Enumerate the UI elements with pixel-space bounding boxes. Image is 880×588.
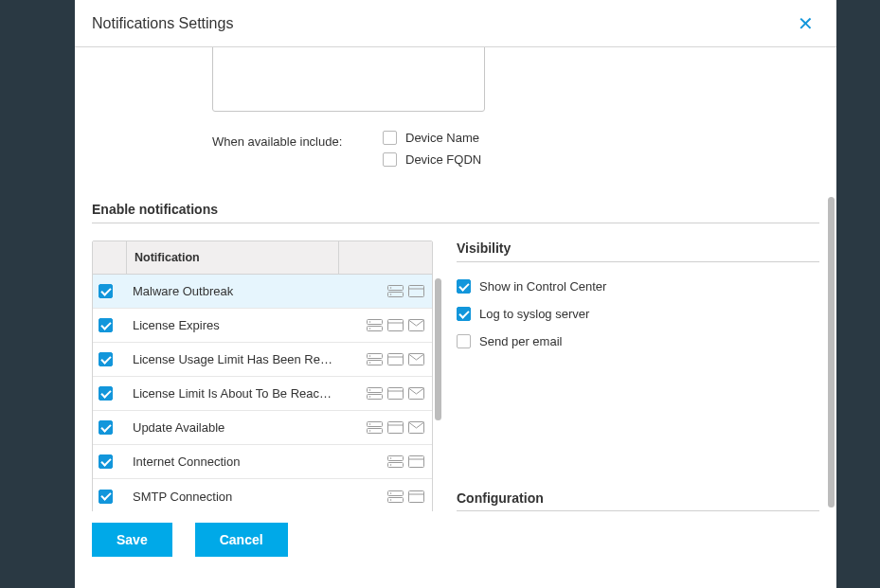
server-icon <box>366 387 383 401</box>
table-row[interactable]: SMTP Connection <box>93 479 432 511</box>
table-row[interactable]: Malware Outbreak <box>93 275 432 309</box>
table-row[interactable]: Update Available <box>93 411 432 445</box>
svg-point-36 <box>389 457 391 459</box>
device-fqdn-checkbox[interactable] <box>383 152 397 167</box>
visibility-heading: Visibility <box>457 241 819 256</box>
svg-rect-44 <box>408 490 423 502</box>
svg-point-22 <box>368 389 370 391</box>
row-icons <box>339 319 432 332</box>
modal-footer: Save Cancel <box>75 511 836 568</box>
include-label: When available include: <box>212 134 342 149</box>
server-icon <box>366 319 383 332</box>
row-checkbox[interactable] <box>99 352 113 366</box>
svg-point-43 <box>389 499 391 501</box>
visibility-option: Send per email <box>457 334 819 348</box>
row-checkbox[interactable] <box>99 386 113 401</box>
notifications-table-col: Notification Malware OutbreakLicense Exp… <box>92 241 433 511</box>
svg-point-42 <box>389 492 391 494</box>
enable-notifications-section: Enable notifications Notification Malwar… <box>92 192 819 511</box>
server-icon <box>366 353 383 366</box>
enable-heading: Enable notifications <box>92 192 819 217</box>
svg-point-37 <box>389 464 391 466</box>
table-row[interactable]: Internet Connection <box>93 445 432 479</box>
row-icons <box>339 490 432 503</box>
row-label: License Usage Limit Has Been Re… <box>127 345 339 374</box>
row-icons <box>339 353 432 366</box>
close-icon[interactable]: ✕ <box>798 14 814 33</box>
visibility-checkbox[interactable] <box>457 279 471 294</box>
window-icon <box>386 421 404 435</box>
visibility-checkbox[interactable] <box>457 307 471 321</box>
row-checkbox[interactable] <box>99 420 113 435</box>
table-header: Notification <box>93 241 432 275</box>
mail-icon <box>407 387 424 401</box>
row-label: Malware Outbreak <box>127 276 339 306</box>
device-fqdn-label: Device FQDN <box>405 152 481 167</box>
svg-rect-24 <box>387 388 403 400</box>
svg-point-16 <box>368 362 370 364</box>
visibility-divider <box>457 261 819 262</box>
svg-rect-17 <box>387 354 403 365</box>
window-icon <box>386 353 404 366</box>
notifications-table: Notification Malware OutbreakLicense Exp… <box>92 241 433 511</box>
include-options: Device Name Device FQDN <box>383 131 481 174</box>
modal-scrollbar[interactable] <box>828 197 835 508</box>
server-icon <box>386 490 404 503</box>
table-row[interactable]: License Expires <box>93 309 432 343</box>
svg-point-3 <box>389 294 391 295</box>
svg-rect-31 <box>387 422 403 434</box>
window-icon <box>407 455 424 469</box>
window-icon <box>386 387 404 401</box>
table-scrollbar[interactable] <box>435 278 441 420</box>
row-checkbox[interactable] <box>99 284 113 298</box>
server-icon <box>386 285 404 298</box>
visibility-label: Send per email <box>479 334 562 348</box>
visibility-option: Show in Control Center <box>457 279 819 294</box>
row-label: License Expires <box>127 311 339 340</box>
visibility-options: Show in Control CenterLog to syslog serv… <box>457 279 819 348</box>
row-icons <box>339 421 432 435</box>
table-row[interactable]: License Usage Limit Has Been Re… <box>93 343 432 377</box>
device-fqdn-row: Device FQDN <box>383 152 481 167</box>
visibility-option: Log to syslog server <box>457 307 819 321</box>
svg-point-30 <box>368 430 370 432</box>
row-label: Internet Connection <box>127 447 339 476</box>
window-icon <box>407 285 424 298</box>
svg-rect-4 <box>408 286 423 297</box>
configuration-heading: Configuration <box>457 490 544 506</box>
modal-title: Notifications Settings <box>92 15 233 32</box>
visibility-checkbox[interactable] <box>457 334 471 348</box>
save-button[interactable]: Save <box>92 523 172 557</box>
row-label: Update Available <box>127 413 339 442</box>
row-checkbox[interactable] <box>99 490 113 504</box>
row-label: SMTP Connection <box>127 482 339 511</box>
col-notification: Notification <box>127 241 339 274</box>
svg-point-8 <box>368 321 370 323</box>
table-row[interactable]: License Limit Is About To Be Reac… <box>93 377 432 411</box>
row-checkbox[interactable] <box>99 454 113 469</box>
server-icon <box>386 455 404 469</box>
svg-point-9 <box>368 328 370 330</box>
visibility-label: Log to syslog server <box>479 307 589 321</box>
window-icon <box>407 490 424 503</box>
svg-rect-38 <box>408 456 423 468</box>
server-icon <box>366 421 383 435</box>
enable-divider <box>92 223 819 223</box>
message-textarea[interactable] <box>212 47 485 112</box>
svg-rect-10 <box>387 320 403 331</box>
row-checkbox[interactable] <box>99 318 113 332</box>
svg-point-23 <box>368 396 370 398</box>
row-icons <box>339 387 432 401</box>
cancel-button[interactable]: Cancel <box>195 523 288 557</box>
table-body[interactable]: Malware OutbreakLicense ExpiresLicense U… <box>93 275 432 511</box>
svg-point-2 <box>389 287 391 289</box>
visibility-label: Show in Control Center <box>479 279 606 294</box>
visibility-col: Visibility Show in Control CenterLog to … <box>457 241 819 511</box>
configuration-divider <box>457 510 819 511</box>
svg-point-29 <box>368 423 370 425</box>
device-name-checkbox[interactable] <box>383 131 397 145</box>
row-icons <box>339 285 432 298</box>
mail-icon <box>407 353 424 366</box>
row-icons <box>339 455 432 469</box>
modal-body: When available include: Device Name Devi… <box>75 47 836 511</box>
